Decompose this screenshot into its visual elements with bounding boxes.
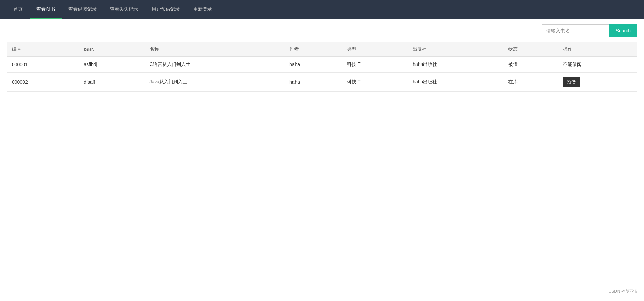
cell-row0-col3: haha [284, 57, 341, 73]
col-header-author: 作者 [284, 42, 341, 57]
cell-row0-col0: 000001 [7, 57, 78, 73]
nav-item-home[interactable]: 首页 [7, 0, 30, 19]
col-header-publisher: 出版社 [407, 42, 503, 57]
table-row: 000002dfsaffJava从入门到入土haha科技IThaha出版社在库预… [7, 73, 637, 92]
nav-item-lost-records[interactable]: 查看丢失记录 [103, 0, 145, 19]
cell-row1-col1: dfsaff [78, 73, 144, 92]
cell-row1-col2: Java从入门到入土 [144, 73, 284, 92]
footer-text: CSDN @胡不慌 [608, 289, 637, 294]
nav-item-user-reserve[interactable]: 用户预借记录 [145, 0, 186, 19]
col-header-action: 操作 [557, 42, 637, 57]
cell-row0-col6: 被借 [503, 57, 557, 73]
cell-row1-col6: 在库 [503, 73, 557, 92]
nav-item-view-books[interactable]: 查看图书 [30, 0, 62, 19]
cell-row0-col5: haha出版社 [407, 57, 503, 73]
search-button[interactable]: Search [609, 24, 637, 37]
nav-item-re-login[interactable]: 重新登录 [186, 0, 219, 19]
col-header-status: 状态 [503, 42, 557, 57]
cell-row0-action: 不能借阅 [557, 57, 637, 73]
table-row: 000001asfibdjC语言从入门到入土haha科技IThaha出版社被借不… [7, 57, 637, 73]
cell-row1-col5: haha出版社 [407, 73, 503, 92]
books-table-container: 编号 ISBN 名称 作者 类型 出版社 状态 操作 000001asfibdj… [0, 42, 644, 92]
cell-row0-col1: asfibdj [78, 57, 144, 73]
footer: CSDN @胡不慌 [608, 289, 637, 294]
books-table: 编号 ISBN 名称 作者 类型 出版社 状态 操作 000001asfibdj… [7, 42, 637, 92]
search-input[interactable] [542, 24, 609, 37]
cell-row1-col3: haha [284, 73, 341, 92]
col-header-type: 类型 [341, 42, 407, 57]
cell-row1-col0: 000002 [7, 73, 78, 92]
search-bar: Search [0, 19, 644, 42]
col-header-name: 名称 [144, 42, 284, 57]
navbar: 首页 查看图书 查看借阅记录 查看丢失记录 用户预借记录 重新登录 [0, 0, 644, 19]
table-header: 编号 ISBN 名称 作者 类型 出版社 状态 操作 [7, 42, 637, 57]
cell-row0-col2: C语言从入门到入土 [144, 57, 284, 73]
col-header-id: 编号 [7, 42, 78, 57]
reserve-button[interactable]: 预借 [563, 77, 580, 87]
nav-item-borrow-records[interactable]: 查看借阅记录 [62, 0, 103, 19]
col-header-isbn: ISBN [78, 42, 144, 57]
cell-row0-col4: 科技IT [341, 57, 407, 73]
cell-row1-action[interactable]: 预借 [557, 73, 637, 92]
cell-row1-col4: 科技IT [341, 73, 407, 92]
table-body: 000001asfibdjC语言从入门到入土haha科技IThaha出版社被借不… [7, 57, 637, 92]
